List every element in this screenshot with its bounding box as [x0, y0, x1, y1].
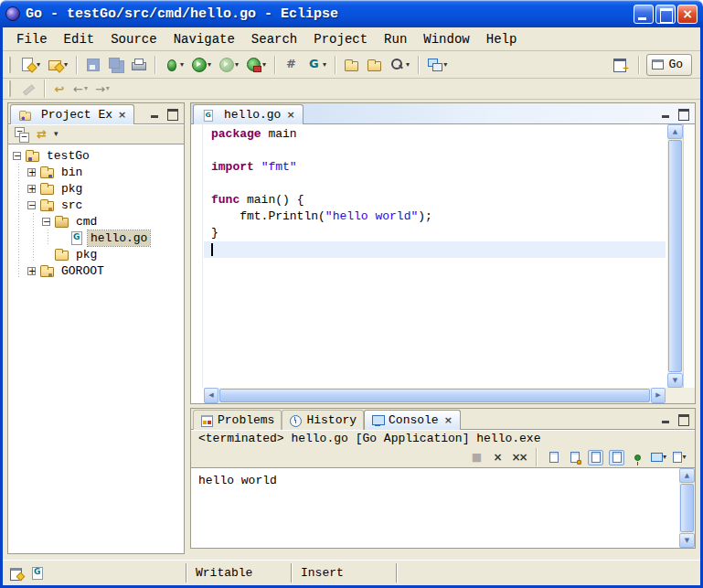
tree-item-testgo[interactable]: −testGo	[12, 147, 184, 164]
menu-navigate[interactable]: Navigate	[165, 29, 243, 49]
close-button[interactable]: ×	[677, 5, 698, 24]
tree-expander-collapse-icon[interactable]: −	[42, 218, 50, 226]
code-line[interactable]	[204, 176, 666, 192]
word-wrap-button[interactable]	[588, 450, 603, 465]
code-line[interactable]: func main() {	[204, 192, 666, 208]
maximize-view-button[interactable]	[676, 108, 690, 120]
show-console-on-output-button[interactable]	[609, 450, 624, 465]
tab-project-explorer[interactable]: Project Ex ×	[10, 104, 134, 124]
scroll-down-button[interactable]: ▼	[679, 533, 695, 548]
code-line[interactable]: import "fmt"	[204, 159, 666, 176]
tab-history[interactable]: History	[282, 410, 364, 430]
tree-item-goroot[interactable]: +GOROOT	[12, 262, 184, 279]
minimize-view-button[interactable]	[659, 108, 673, 120]
scroll-up-button[interactable]: ▲	[667, 124, 683, 139]
toolbar-grip[interactable]	[8, 80, 12, 97]
scrollbar-thumb[interactable]	[680, 484, 694, 532]
save-all-button[interactable]	[105, 54, 126, 76]
tree-expander-collapse-icon[interactable]: −	[13, 152, 21, 160]
scroll-lock-button[interactable]	[567, 450, 582, 465]
menu-edit[interactable]: Edit	[56, 29, 103, 49]
chevron-down-icon[interactable]: ▾	[262, 61, 266, 69]
pin-editor-button[interactable]	[17, 78, 38, 100]
run-last-button[interactable]: ▾	[216, 54, 241, 76]
chevron-down-icon[interactable]: ▾	[106, 85, 110, 92]
minimize-view-button[interactable]	[148, 108, 162, 120]
maximize-view-button[interactable]	[165, 108, 179, 120]
tab-console[interactable]: Console×	[364, 410, 461, 430]
menu-source[interactable]: Source	[102, 29, 165, 49]
external-tools-button[interactable]: ▾	[243, 54, 269, 76]
menu-help[interactable]: Help	[478, 29, 526, 49]
maximize-button[interactable]	[655, 5, 676, 24]
chevron-down-icon[interactable]: ▾	[208, 61, 211, 69]
close-icon[interactable]: ×	[285, 109, 295, 121]
close-icon[interactable]: ×	[443, 414, 453, 426]
menu-window[interactable]: Window	[415, 29, 477, 49]
toolbar-grip[interactable]	[8, 57, 12, 73]
last-edit-location-button[interactable]: ↩	[50, 78, 69, 100]
tree-item-src[interactable]: −src	[12, 197, 184, 213]
go-trim-icon[interactable]	[30, 566, 45, 580]
menu-search[interactable]: Search	[243, 29, 305, 49]
new-folder-button[interactable]: ▾	[45, 54, 70, 76]
console-output[interactable]: hello world	[191, 468, 679, 548]
back-button[interactable]: ←▾	[70, 78, 91, 100]
minimize-view-button[interactable]	[659, 413, 673, 425]
go-perspective-button[interactable]: Go	[646, 54, 692, 76]
forward-button[interactable]: →▾	[92, 78, 112, 100]
search-button[interactable]: ▾	[387, 54, 412, 76]
tab-problems[interactable]: Problems	[193, 410, 282, 430]
tree-item-pkg[interactable]: pkg	[12, 246, 184, 262]
close-icon[interactable]: ×	[117, 109, 127, 121]
open-console-button[interactable]: ▾	[672, 450, 687, 465]
annotation-ruler[interactable]	[191, 124, 203, 388]
terminate-button[interactable]: ■	[469, 450, 485, 465]
chevron-down-icon[interactable]: ▾	[682, 454, 686, 461]
tab-hello-go[interactable]: hello.go ×	[193, 104, 304, 124]
open-project-button[interactable]	[364, 54, 385, 76]
chevron-down-icon[interactable]: ▾	[443, 61, 447, 69]
scrollbar-thumb[interactable]	[219, 389, 650, 402]
code-line[interactable]: fmt.Println("hello world");	[204, 208, 666, 225]
remove-launch-button[interactable]: ×	[490, 450, 506, 465]
new-go-element-button[interactable]: ▾	[304, 54, 329, 76]
tree-expander-collapse-icon[interactable]: −	[27, 201, 36, 209]
code-line[interactable]: }	[204, 225, 666, 241]
scroll-left-button[interactable]: ◀	[204, 388, 218, 403]
new-go-package-button[interactable]	[281, 54, 302, 76]
chevron-down-icon[interactable]: ▾	[235, 61, 239, 69]
run-button[interactable]: ▾	[188, 54, 214, 76]
clear-console-button[interactable]	[546, 450, 561, 465]
overview-ruler[interactable]	[683, 124, 695, 388]
editor-horizontal-scrollbar[interactable]: ◀ ▶	[204, 388, 666, 403]
debug-button[interactable]: ▾	[161, 54, 186, 76]
view-menu-button[interactable]: ▾	[54, 130, 59, 138]
scrollbar-thumb[interactable]	[668, 140, 682, 372]
tree-item-bin[interactable]: +bin	[12, 164, 184, 180]
tree-item-hello-go[interactable]: hello.go	[12, 230, 184, 246]
editor-vertical-scrollbar[interactable]: ▲ ▼	[667, 124, 683, 388]
scroll-down-button[interactable]: ▼	[667, 373, 683, 388]
code-line[interactable]	[204, 241, 666, 258]
fast-view-icon[interactable]	[9, 566, 24, 580]
chevron-down-icon[interactable]: ▾	[180, 61, 184, 69]
menu-file[interactable]: File	[8, 29, 56, 49]
display-selected-console-button[interactable]: ▾	[651, 450, 666, 465]
chevron-down-icon[interactable]: ▾	[84, 85, 88, 92]
code-area[interactable]: package main import "fmt" func main() { …	[204, 126, 666, 388]
open-perspective-button[interactable]	[610, 54, 631, 76]
print-button[interactable]	[128, 54, 149, 76]
chevron-down-icon[interactable]: ▾	[663, 454, 666, 461]
tree-item-cmd[interactable]: −cmd	[12, 213, 184, 230]
tree-expander-expand-icon[interactable]: +	[27, 168, 36, 176]
new-wizard-button[interactable]: ▾	[17, 54, 43, 76]
open-resource-button[interactable]	[341, 54, 362, 76]
console-vertical-scrollbar[interactable]: ▲ ▼	[679, 468, 695, 548]
maximize-view-button[interactable]	[676, 413, 690, 425]
chevron-down-icon[interactable]: ▾	[406, 61, 410, 69]
menu-project[interactable]: Project	[305, 29, 376, 49]
team-sync-button[interactable]: ▾	[424, 54, 450, 76]
chevron-down-icon[interactable]: ▾	[323, 61, 326, 69]
tree-item-pkg[interactable]: +pkg	[12, 180, 184, 197]
